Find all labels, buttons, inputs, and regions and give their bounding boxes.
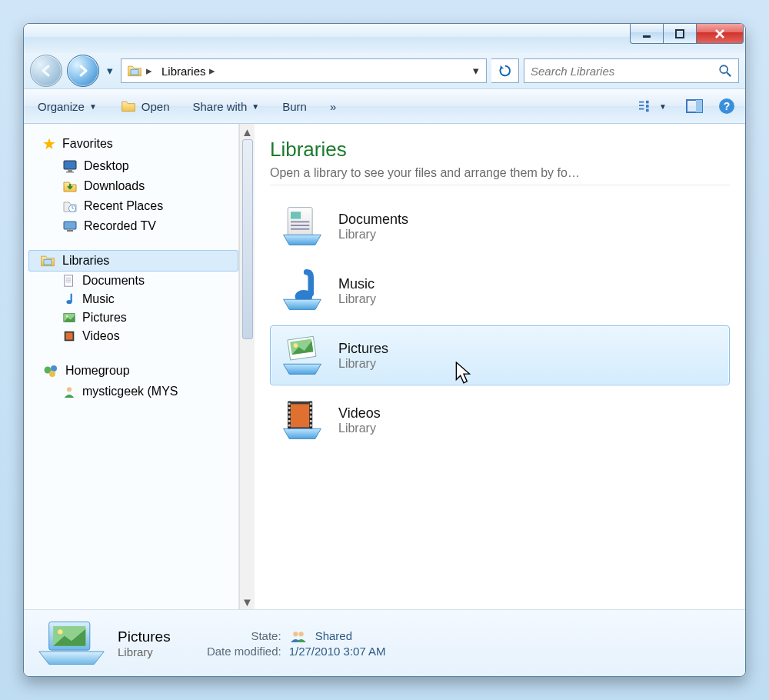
details-thumbnail bbox=[36, 618, 107, 668]
nav-item-downloads[interactable]: Downloads bbox=[28, 176, 238, 196]
search-placeholder: Search Libraries bbox=[531, 65, 614, 78]
nav-item-documents[interactable]: Documents bbox=[28, 272, 238, 290]
page-subtitle: Open a library to see your files and arr… bbox=[270, 166, 730, 180]
library-item-documents[interactable]: Documents Library bbox=[270, 196, 730, 256]
back-button[interactable] bbox=[30, 55, 62, 87]
downloads-icon bbox=[62, 178, 78, 194]
titlebar bbox=[24, 24, 745, 53]
open-button[interactable]: Open bbox=[114, 95, 176, 117]
documents-library-icon bbox=[278, 203, 326, 249]
breadcrumb-root[interactable]: ▸ bbox=[122, 59, 157, 82]
forward-button[interactable] bbox=[67, 55, 99, 87]
breadcrumb-label: Libraries bbox=[161, 65, 206, 78]
scroll-thumb[interactable] bbox=[242, 139, 253, 339]
scroll-down-icon[interactable]: ▼ bbox=[241, 595, 254, 608]
state-label: State: bbox=[189, 629, 281, 642]
nav-item-music[interactable]: Music bbox=[28, 290, 238, 308]
command-bar: Organize▼ Open Share with▼ Burn » ▼ bbox=[24, 88, 745, 124]
organize-button[interactable]: Organize▼ bbox=[32, 97, 103, 116]
user-icon bbox=[62, 385, 76, 398]
overflow-button[interactable]: » bbox=[324, 97, 342, 116]
nav-item-desktop[interactable]: Desktop bbox=[28, 156, 238, 176]
star-icon: ★ bbox=[42, 135, 56, 153]
preview-pane-button[interactable] bbox=[684, 95, 705, 117]
tv-icon bbox=[62, 218, 78, 234]
view-icon bbox=[638, 99, 654, 113]
picture-icon bbox=[62, 311, 76, 325]
nav-item-recorded-tv[interactable]: Recorded TV bbox=[28, 216, 238, 236]
libraries-icon bbox=[126, 63, 143, 78]
libraries-icon bbox=[39, 253, 56, 268]
address-dropdown[interactable]: ▾ bbox=[466, 64, 486, 78]
minimize-button[interactable] bbox=[630, 24, 664, 44]
nav-homegroup[interactable]: Homegroup bbox=[28, 359, 238, 382]
folder-icon bbox=[120, 98, 137, 114]
content-pane: Libraries Open a library to see your fil… bbox=[255, 124, 745, 609]
details-pane: Pictures Library State: Shared Date modi… bbox=[24, 610, 745, 676]
divider bbox=[270, 185, 730, 185]
homegroup-icon bbox=[42, 362, 59, 379]
page-title: Libraries bbox=[270, 138, 730, 162]
close-button[interactable] bbox=[696, 24, 744, 44]
preview-pane-icon bbox=[685, 98, 704, 114]
search-input[interactable]: Search Libraries bbox=[524, 58, 739, 83]
navpane-scrollbar[interactable]: ▲ ▼ bbox=[239, 124, 255, 609]
recent-locations-dropdown[interactable]: ▾ bbox=[104, 64, 116, 78]
nav-libraries[interactable]: Libraries bbox=[28, 250, 238, 272]
modified-label: Date modified: bbox=[189, 645, 281, 658]
share-with-button[interactable]: Share with▼ bbox=[186, 97, 265, 116]
cursor-icon bbox=[455, 362, 472, 385]
burn-button[interactable]: Burn bbox=[276, 97, 313, 116]
details-name: Pictures bbox=[118, 628, 171, 645]
navigation-row: ▾ ▸ Libraries ▸ ▾ Search Libraries bbox=[24, 53, 745, 88]
help-button[interactable] bbox=[716, 95, 737, 117]
video-icon bbox=[62, 329, 76, 343]
navigation-pane: ★ Favorites Desktop Downloads Recent Pla… bbox=[24, 124, 239, 609]
help-icon bbox=[718, 98, 735, 115]
state-value: Shared bbox=[315, 629, 352, 642]
explorer-window: ▾ ▸ Libraries ▸ ▾ Search Libraries bbox=[23, 23, 746, 677]
search-icon bbox=[718, 64, 732, 78]
music-icon bbox=[62, 292, 76, 306]
svg-rect-63 bbox=[676, 30, 684, 38]
nav-item-videos[interactable]: Videos bbox=[28, 327, 238, 345]
refresh-button[interactable] bbox=[491, 58, 519, 83]
videos-library-icon bbox=[278, 397, 326, 443]
library-item-videos[interactable]: Videos Library bbox=[270, 390, 730, 450]
music-library-icon bbox=[278, 268, 326, 314]
breadcrumb-libraries[interactable]: Libraries ▸ bbox=[157, 59, 220, 82]
nav-item-mysticgeek[interactable]: mysticgeek (MYS bbox=[28, 382, 238, 401]
monitor-icon bbox=[62, 158, 78, 174]
nav-favorites[interactable]: ★ Favorites bbox=[28, 132, 238, 156]
recent-icon bbox=[62, 198, 78, 214]
library-item-music[interactable]: Music Library bbox=[270, 261, 730, 321]
details-type: Library bbox=[118, 645, 171, 658]
address-bar[interactable]: ▸ Libraries ▸ ▾ bbox=[121, 58, 487, 83]
nav-item-pictures[interactable]: Pictures bbox=[28, 308, 238, 327]
nav-item-recent-places[interactable]: Recent Places bbox=[28, 196, 238, 216]
svg-rect-62 bbox=[643, 35, 651, 38]
users-icon bbox=[289, 629, 308, 643]
document-icon bbox=[62, 274, 76, 288]
change-view-button[interactable]: ▼ bbox=[631, 96, 673, 116]
library-item-pictures[interactable]: Pictures Library bbox=[270, 325, 730, 385]
modified-value: 1/27/2010 3:07 AM bbox=[289, 645, 386, 658]
scroll-up-icon[interactable]: ▲ bbox=[241, 125, 254, 138]
maximize-button[interactable] bbox=[663, 24, 697, 44]
pictures-library-icon bbox=[278, 332, 326, 378]
